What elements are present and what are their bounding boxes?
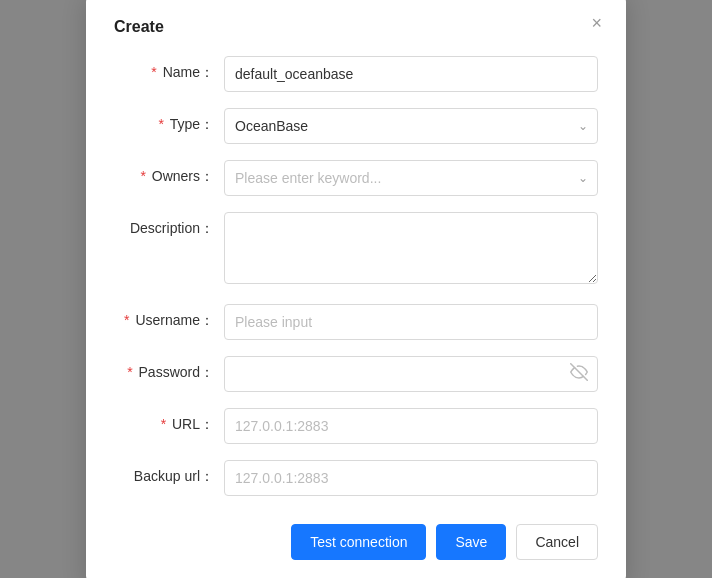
backup-url-row: Backup url： [114,460,598,496]
save-button[interactable]: Save [436,524,506,560]
description-label: Description： [114,212,224,238]
type-row: * Type： OceanBase MySQL Oracle ⌄ [114,108,598,144]
owners-label: * Owners： [114,160,224,186]
eye-slash-icon[interactable] [570,363,588,385]
username-control-wrap [224,304,598,340]
name-control-wrap [224,56,598,92]
owners-row: * Owners： ⌄ [114,160,598,196]
username-required-star: * [124,312,129,328]
url-input[interactable] [224,408,598,444]
modal-overlay: Create × * Name： * Type： OceanBase MySQL [0,0,712,578]
cancel-button[interactable]: Cancel [516,524,598,560]
description-textarea[interactable] [224,212,598,284]
type-required-star: * [159,116,164,132]
username-input[interactable] [224,304,598,340]
modal-footer: Test connection Save Cancel [114,516,598,560]
backup-url-input[interactable] [224,460,598,496]
password-label: * Password： [114,356,224,382]
backup-url-label: Backup url： [114,460,224,486]
type-label: * Type： [114,108,224,134]
username-row: * Username： [114,304,598,340]
password-input[interactable] [224,356,598,392]
owners-control-wrap: ⌄ [224,160,598,196]
name-required-star: * [151,64,156,80]
description-row: Description： [114,212,598,288]
owners-input[interactable] [224,160,598,196]
type-select[interactable]: OceanBase MySQL Oracle [224,108,598,144]
password-row: * Password： [114,356,598,392]
url-required-star: * [161,416,166,432]
backup-url-control-wrap [224,460,598,496]
type-control-wrap: OceanBase MySQL Oracle ⌄ [224,108,598,144]
description-control-wrap [224,212,598,288]
owners-required-star: * [140,168,145,184]
close-button[interactable]: × [587,12,606,34]
url-label: * URL： [114,408,224,434]
test-connection-button[interactable]: Test connection [291,524,426,560]
name-row: * Name： [114,56,598,92]
name-label: * Name： [114,56,224,82]
password-control-wrap [224,356,598,392]
url-control-wrap [224,408,598,444]
name-input[interactable] [224,56,598,92]
username-label: * Username： [114,304,224,330]
modal-title: Create [114,18,598,36]
create-modal: Create × * Name： * Type： OceanBase MySQL [86,0,626,578]
url-row: * URL： [114,408,598,444]
password-required-star: * [127,364,132,380]
